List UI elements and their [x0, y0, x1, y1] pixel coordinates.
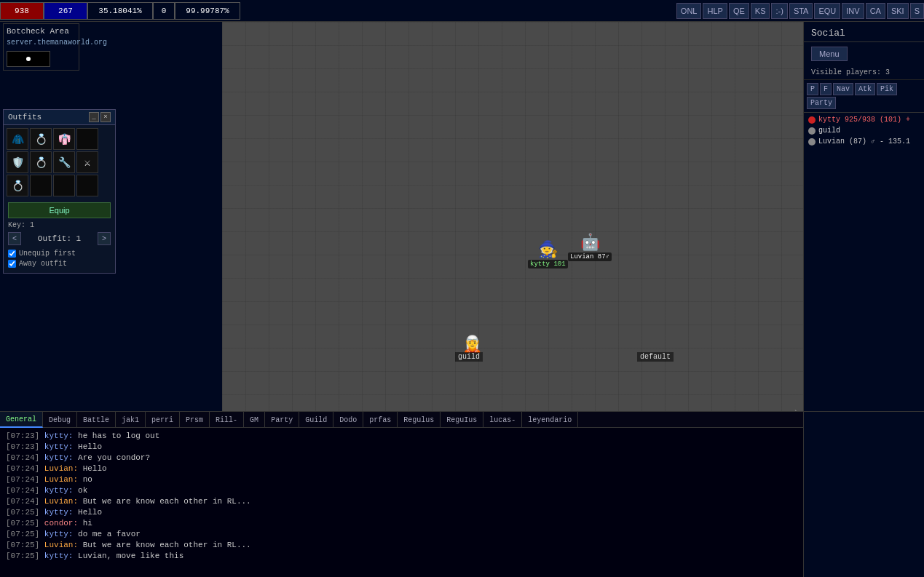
mp-stat: 267 — [44, 2, 87, 20]
game-world[interactable]: 🧙 kytty 101 🤖 Luvian 87♂ 🧝 guild default… — [222, 22, 803, 426]
outfit-slot-8[interactable]: 💍 — [7, 175, 28, 196]
outfit-slot-4[interactable]: 🛡️ — [7, 151, 28, 173]
outfit-slot-10[interactable] — [53, 175, 75, 196]
outfit-slot-1[interactable]: 💍 — [30, 128, 52, 150]
outfit-slot-6[interactable]: 🔧 — [53, 151, 75, 173]
player-dot — [808, 127, 816, 135]
unequip-first-checkbox[interactable]: Unequip first — [8, 250, 111, 258]
outfit-slot-7[interactable]: ⚔️ — [76, 151, 98, 173]
chat-message: [07:25] kytty: Hello — [6, 507, 797, 517]
chat-message: [07:25] Luvian: But we are know each oth… — [6, 540, 797, 550]
chat-tab-leyendario[interactable]: leyendario — [522, 412, 578, 428]
kytty-name: kytty 101 — [528, 260, 568, 268]
chat-message: [07:24] Luvian: But we are know each oth… — [6, 496, 797, 506]
chat-tab-rill-[interactable]: Rill- — [210, 412, 244, 428]
outfit-prev-button[interactable]: < — [8, 232, 21, 245]
social-tab-pik[interactable]: Pik — [877, 83, 897, 95]
social-menu-button[interactable]: Menu — [811, 47, 848, 61]
outfit-slot-5[interactable]: 💍 — [30, 151, 52, 173]
outfit-controls: Equip Key: 1 < Outfit: 1 > Unequip first… — [4, 199, 115, 273]
chat-message: [07:24] Luvian: no — [6, 474, 797, 485]
social-tab-party[interactable]: Party — [807, 97, 836, 109]
chat-area: GeneralDebugBattlejak1perriPrsmRill-GMPa… — [0, 411, 803, 577]
unequip-first-label: Unequip first — [19, 250, 76, 258]
lvl-stat: 0 — [153, 2, 175, 20]
chat-tab-regulus[interactable]: Regulus — [398, 412, 441, 428]
top-btn-sta[interactable]: STA — [789, 3, 813, 19]
top-btn-hlp[interactable]: HLP — [703, 3, 727, 19]
chat-message: [07:25] condor: hi — [6, 518, 797, 528]
chat-message: [07:23] kytty: he has to log out — [6, 431, 797, 441]
top-btn-[interactable]: :-) — [771, 3, 787, 19]
outfit-number: Outfit: 1 — [24, 234, 95, 243]
botcheck-input[interactable] — [7, 51, 50, 67]
chat-tab-guild[interactable]: Guild — [299, 412, 333, 428]
guild-label: guild — [455, 352, 483, 362]
top-btn-ca[interactable]: CA — [866, 3, 885, 19]
character-luvian: 🤖 Luvian 87♂ — [568, 233, 612, 261]
chat-tab-lucas-[interactable]: lucas- — [483, 412, 522, 428]
outfit-next-button[interactable]: > — [98, 232, 111, 245]
character-lower: 🧝 — [462, 335, 482, 354]
chat-message: [07:24] kytty: Are you condor? — [6, 453, 797, 463]
away-outfit-input[interactable] — [8, 260, 16, 268]
away-outfit-checkbox[interactable]: Away outfit — [8, 260, 111, 268]
player-entry: kytty 925/938 (101) + — [808, 116, 920, 124]
outfit-slot-11[interactable] — [76, 175, 98, 196]
visible-players-count: Visible players: 3 — [804, 65, 924, 80]
outfit-slot-9[interactable] — [30, 175, 52, 196]
outfits-close-button[interactable]: × — [100, 112, 111, 122]
outfits-header: Outfits _ × — [4, 110, 115, 125]
player-dot — [808, 116, 816, 124]
lower-sprite: 🧝 — [462, 335, 482, 354]
chat-tab-party[interactable]: Party — [265, 412, 299, 428]
top-btn-s[interactable]: S — [910, 3, 924, 19]
chat-tab-perri[interactable]: perri — [146, 412, 180, 428]
outfits-panel: Outfits _ × 🧥💍👘🛡️💍🔧⚔️💍 Equip Key: 1 < Ou… — [3, 109, 116, 274]
equip-button[interactable]: Equip — [8, 202, 111, 218]
chat-message: [07:25] kytty: do me a favor — [6, 529, 797, 539]
outfit-slot-2[interactable]: 👘 — [53, 128, 75, 150]
top-btn-ski[interactable]: SKI — [887, 3, 909, 19]
top-btn-inv[interactable]: INV — [842, 3, 864, 19]
kytty-sprite: 🧙 — [528, 240, 568, 260]
social-tab-atk[interactable]: Atk — [855, 83, 875, 95]
chat-tab-gm[interactable]: GM — [244, 412, 265, 428]
botcheck-panel: Botcheck Area server.themanaworld.org — [3, 23, 79, 71]
chat-tab-battle[interactable]: Battle — [77, 412, 116, 428]
outfits-title: Outfits — [8, 113, 42, 122]
chat-tab-debug[interactable]: Debug — [43, 412, 77, 428]
player-info: guild — [818, 127, 840, 135]
chat-message: [07:23] kytty: Hello — [6, 442, 797, 452]
unequip-first-input[interactable] — [8, 250, 16, 258]
away-outfit-label: Away outfit — [19, 260, 67, 268]
top-btn-equ[interactable]: EQU — [814, 3, 840, 19]
social-tab-nav[interactable]: Nav — [833, 83, 853, 95]
social-panel: Social Menu Visible players: 3 PFNavAtkP… — [803, 22, 924, 426]
game-area[interactable]: 🧙 kytty 101 🤖 Luvian 87♂ 🧝 guild default… — [222, 22, 803, 426]
chat-tab-jak1[interactable]: jak1 — [116, 412, 146, 428]
default-label: default — [637, 352, 674, 362]
chat-message: [07:25] kytty: Luvian, move like this — [6, 551, 797, 561]
outfit-slot-3[interactable] — [76, 128, 98, 150]
outfits-minimize-button[interactable]: _ — [89, 112, 99, 122]
luvian-name: Luvian 87♂ — [568, 252, 612, 261]
player-entry: Luvian (87) ♂ - 135.1 — [808, 138, 920, 146]
social-tab-p[interactable]: P — [807, 83, 818, 95]
top-btn-ks[interactable]: KS — [751, 3, 770, 19]
exp-stat: 35.18041% — [87, 2, 153, 20]
top-buttons: ONLHLPQEKS:-)STAEQUINVCASKIS — [676, 3, 924, 19]
outfit-nav: < Outfit: 1 > — [8, 232, 111, 245]
chat-tab-prfas[interactable]: prfas — [363, 412, 398, 428]
chat-tab-dodo[interactable]: Dodo — [333, 412, 363, 428]
chat-tab-reguius[interactable]: ReguIus — [441, 412, 483, 428]
social-tab-f[interactable]: F — [820, 83, 832, 95]
top-btn-qe[interactable]: QE — [729, 3, 749, 19]
hp-stat: 938 — [0, 2, 44, 20]
outfit-slot-0[interactable]: 🧥 — [7, 128, 28, 150]
chat-tab-general[interactable]: General — [0, 412, 43, 428]
top-btn-onl[interactable]: ONL — [676, 3, 702, 19]
chat-tab-prsm[interactable]: Prsm — [180, 412, 210, 428]
botcheck-server: server.themanaworld.org — [7, 39, 76, 47]
player-list: kytty 925/938 (101) +guildLuvian (87) ♂ … — [804, 113, 924, 151]
